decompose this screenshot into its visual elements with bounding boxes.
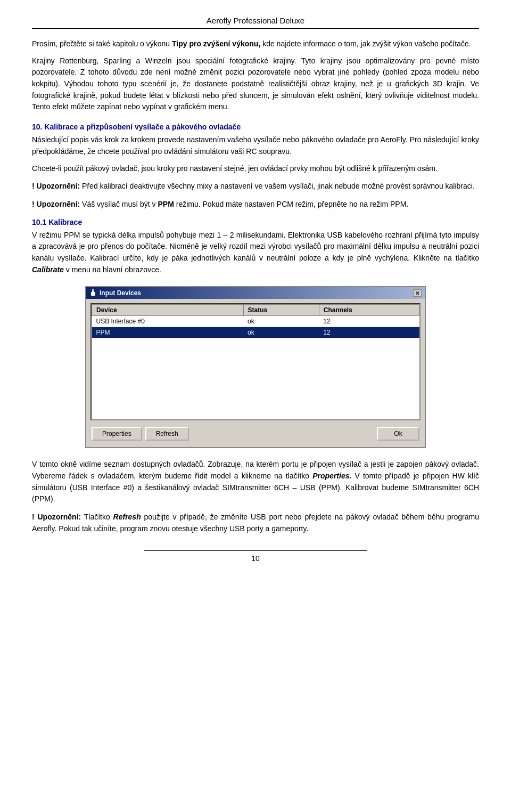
warning3-cont: Tlačítko (81, 513, 113, 521)
dialog-wrapper: Input Devices ✕ Device Status Channels (32, 286, 479, 448)
warning2-cont: Váš vysílač musí být v (80, 200, 158, 208)
header-divider (32, 28, 479, 29)
table-row[interactable]: USB Interface #0 ok 12 (92, 316, 419, 327)
dialog-titlebar: Input Devices ✕ (86, 287, 425, 299)
device-status: ok (243, 327, 319, 338)
warning2-ppm: PPM (158, 200, 174, 208)
p5-bold: Calibrate (32, 265, 64, 274)
svg-rect-1 (91, 292, 95, 296)
properties-button[interactable]: Properties (92, 427, 142, 441)
device-name: PPM (92, 327, 244, 338)
svg-point-2 (93, 290, 94, 291)
input-devices-table: Device Status Channels USB Interface #0 … (92, 304, 419, 338)
col-channels: Channels (319, 305, 419, 316)
table-header: Device Status Channels (92, 305, 419, 316)
input-devices-dialog: Input Devices ✕ Device Status Channels (85, 286, 426, 448)
paragraph-2: Krajiny Rottenburg, Sparling a Winzeln j… (32, 55, 479, 113)
paragraph-3: Následující popis vás krok za krokem pro… (32, 134, 479, 157)
dialog-title: Input Devices (89, 289, 141, 297)
sub-heading-10-1: 10.1 Kalibrace (32, 218, 479, 226)
warning2-cont2: režimu. Pokud máte nastaven PCM režim, p… (174, 200, 408, 208)
app-title: Aerofly Professional Deluxe (32, 16, 479, 25)
ok-button[interactable]: Ok (377, 427, 419, 441)
table-body: USB Interface #0 ok 12 PPM ok 12 (92, 316, 419, 338)
dialog-buttons-left: Properties Refresh (92, 427, 189, 441)
paragraph-1: Prosím, přečtěte si také kapitolu o výko… (32, 38, 479, 50)
dialog-buttons: Properties Refresh Ok (90, 425, 421, 443)
warning2-bold: ! Upozornění: (32, 200, 80, 208)
device-status: ok (243, 316, 319, 327)
device-name: USB Interface #0 (92, 316, 244, 327)
p6-bold: Properties. (312, 472, 351, 480)
page-number: 10 (32, 554, 479, 563)
dialog-body: Device Status Channels USB Interface #0 … (86, 299, 425, 447)
col-device: Device (92, 305, 244, 316)
p1-bold: Tipy pro zvýšení výkonu, (172, 39, 260, 48)
dialog-table-container: Device Status Channels USB Interface #0 … (90, 303, 421, 420)
paragraph-5: V režimu PPM se typická délka impulsů po… (32, 230, 479, 276)
dialog-close-button[interactable]: ✕ (413, 289, 422, 297)
p5-text: V režimu PPM se typická délka impulsů po… (32, 231, 479, 262)
paragraph-6: V tomto okně vidíme seznam dostupných ov… (32, 459, 479, 505)
warning1-cont: Před kalibrací deaktivujte všechny mixy … (80, 182, 475, 190)
footer-divider (144, 550, 367, 551)
joystick-icon (89, 289, 97, 297)
section-heading-10: 10. Kalibrace a přizpůsobení vysílače a … (32, 123, 479, 131)
p1-text: Prosím, přečtěte si také kapitolu o výko… (32, 39, 172, 48)
p5-cont: v menu na hlavní obrazovce. (64, 265, 161, 274)
col-status: Status (243, 305, 319, 316)
refresh-button[interactable]: Refresh (145, 427, 189, 441)
warning1-bold: ! Upozornění: (32, 182, 80, 190)
table-row[interactable]: PPM ok 12 (92, 327, 419, 338)
warning3-bold: ! Upozornění: (32, 513, 81, 521)
device-channels: 12 (319, 327, 419, 338)
dialog-title-text: Input Devices (100, 289, 141, 297)
device-channels: 12 (319, 316, 419, 327)
warning-2: ! Upozornění: Váš vysílač musí být v PPM… (32, 199, 479, 210)
warning-1: ! Upozornění: Před kalibrací deaktivujte… (32, 181, 479, 192)
page-header: Aerofly Professional Deluxe (32, 16, 479, 29)
warning-3: ! Upozornění: Tlačítko Refresh použijte … (32, 511, 479, 534)
p1-cont: kde najdete informace o tom, jak zvýšit … (260, 39, 471, 48)
paragraph-4: Chcete-li použít pákový ovladač, jsou kr… (32, 163, 479, 175)
warning3-italic-bold: Refresh (113, 513, 141, 521)
